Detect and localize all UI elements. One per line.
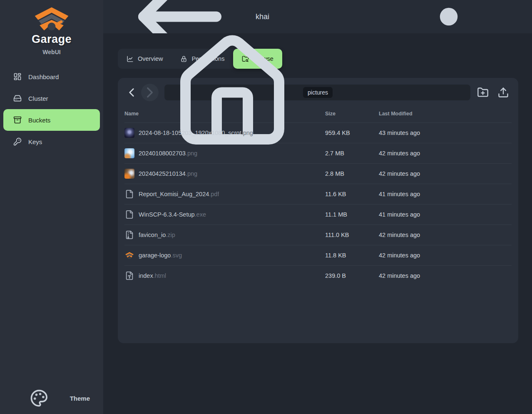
file-name[interactable]: WinSCP-6.3.4-Setup.exe <box>139 211 206 218</box>
download-button[interactable] <box>499 274 502 277</box>
app-name: Garage <box>0 32 103 46</box>
row-menu-button[interactable] <box>508 172 512 175</box>
download-button[interactable] <box>499 254 502 257</box>
file-name[interactable]: Report_Komisi_Aug_2024.pdf <box>139 191 219 197</box>
upload-button[interactable] <box>495 84 512 101</box>
garage-logo-icon <box>33 7 70 32</box>
file-size: 959.4 KB <box>325 130 379 136</box>
file-last-modified: 42 minutes ago <box>379 232 475 238</box>
file-size: 11.1 MB <box>325 211 379 218</box>
app-subtitle: WebUI <box>0 48 103 56</box>
row-actions <box>475 131 512 135</box>
file-archive-icon <box>124 230 134 240</box>
file-name-cell[interactable]: Report_Komisi_Aug_2024.pdf <box>124 189 325 199</box>
download-button[interactable] <box>499 233 502 237</box>
file-name[interactable]: 20240108002703.png <box>139 150 197 157</box>
download-button[interactable] <box>499 192 502 196</box>
sidebar-item-dashboard[interactable]: Dashboard <box>3 66 100 87</box>
file-name-cell[interactable]: 20240425210134.png <box>124 169 325 179</box>
sidebar-item-cluster[interactable]: Cluster <box>3 87 100 109</box>
new-folder-button[interactable] <box>475 84 491 101</box>
file-size: 111.0 KB <box>325 232 379 238</box>
row-menu-button[interactable] <box>508 192 512 196</box>
download-button[interactable] <box>499 152 502 155</box>
column-header-name: Name <box>124 111 325 117</box>
row-menu-button[interactable] <box>508 152 512 155</box>
file-icon <box>124 209 134 219</box>
file-name-cell[interactable]: 20240108002703.png <box>124 148 325 158</box>
file-name-cell[interactable]: WinSCP-6.3.4-Setup.exe <box>124 209 325 219</box>
thumbnail-dark-image <box>124 128 134 138</box>
nav-forward-button[interactable] <box>141 84 159 101</box>
file-size: 11.6 KB <box>325 191 379 197</box>
garage-webui-app: Garage WebUI Dashboard Cluster Buckets K… <box>0 0 532 414</box>
thumbnail-warm-image <box>124 169 134 179</box>
content: Overview Permissions Browse <box>103 33 532 414</box>
row-actions <box>475 233 512 237</box>
download-button[interactable] <box>499 172 502 175</box>
file-size: 2.8 MB <box>325 170 379 177</box>
garage-logo-thumb-icon: Garage <box>124 250 134 260</box>
thumbnail-sky-image <box>124 148 134 158</box>
file-last-modified: 42 minutes ago <box>379 170 475 177</box>
theme-label: Theme <box>70 395 90 402</box>
file-last-modified: 41 minutes ago <box>379 191 475 197</box>
row-actions <box>475 254 512 257</box>
page-title: khai <box>256 12 269 21</box>
file-type-icon <box>124 271 134 281</box>
table-row[interactable]: Garage garage-logo.svg 11.8 KB 42 minute… <box>124 245 512 265</box>
sidebar-item-buckets[interactable]: Buckets <box>3 109 100 131</box>
nav-back-button[interactable] <box>124 84 139 101</box>
file-name[interactable]: index.html <box>139 272 166 279</box>
app-logo: Garage WebUI <box>0 0 103 56</box>
file-last-modified: 41 minutes ago <box>379 211 475 218</box>
file-name[interactable]: 20240425210134.png <box>139 170 197 177</box>
page-header: khai <box>103 0 532 33</box>
file-size: 11.8 KB <box>325 252 379 259</box>
sidebar-item-keys[interactable]: Keys <box>3 131 100 152</box>
row-menu-button[interactable] <box>508 254 512 257</box>
download-button[interactable] <box>499 131 502 135</box>
table-row[interactable]: index.html 239.0 B 42 minutes ago <box>124 265 512 286</box>
row-actions <box>475 274 512 277</box>
tab-overview[interactable]: Overview <box>118 49 172 69</box>
table-row[interactable]: WinSCP-6.3.4-Setup.exe 11.1 MB 41 minute… <box>124 204 512 224</box>
download-button[interactable] <box>499 213 502 216</box>
row-actions <box>475 213 512 216</box>
file-name[interactable]: garage-logo.svg <box>139 252 182 259</box>
breadcrumb-segment-pictures[interactable]: pictures <box>303 87 333 98</box>
theme-wrap: Theme <box>0 389 103 414</box>
file-name[interactable]: 2024-08-18-105203_1920x1080_scrot.png <box>139 130 253 136</box>
row-actions <box>475 172 512 175</box>
browser-toolbar: pictures <box>124 84 512 101</box>
file-last-modified: 42 minutes ago <box>379 150 475 157</box>
row-actions <box>475 152 512 155</box>
sidebar-nav: Dashboard Cluster Buckets Keys <box>0 66 103 152</box>
sidebar: Garage WebUI Dashboard Cluster Buckets K… <box>0 0 103 414</box>
file-icon <box>124 189 134 199</box>
theme-button[interactable]: Theme <box>3 389 100 407</box>
file-size: 239.0 B <box>325 272 379 279</box>
file-table: Name Size Last Modified 2024-08-18-10520… <box>124 105 512 286</box>
row-menu-button[interactable] <box>508 274 512 277</box>
main-area: khai Overview Permissions Browse <box>103 0 532 414</box>
column-header-size: Size <box>325 111 379 117</box>
file-name-cell[interactable]: favicon_io.zip <box>124 230 325 240</box>
file-name-cell[interactable]: Garage garage-logo.svg <box>124 250 325 260</box>
column-header-last-modified: Last Modified <box>379 111 475 117</box>
file-last-modified: 42 minutes ago <box>379 252 475 259</box>
table-row[interactable]: favicon_io.zip 111.0 KB 42 minutes ago <box>124 224 512 245</box>
svg-text:Garage: Garage <box>128 258 132 259</box>
row-menu-button[interactable] <box>508 213 512 216</box>
file-name[interactable]: favicon_io.zip <box>139 232 175 238</box>
file-name-cell[interactable]: index.html <box>124 271 325 281</box>
table-row[interactable]: Report_Komisi_Aug_2024.pdf 11.6 KB 41 mi… <box>124 184 512 204</box>
breadcrumb: pictures <box>164 85 470 100</box>
file-name-cell[interactable]: 2024-08-18-105203_1920x1080_scrot.png <box>124 128 325 138</box>
row-menu-button[interactable] <box>508 131 512 135</box>
row-menu-button[interactable] <box>508 233 512 237</box>
row-actions <box>475 192 512 196</box>
file-last-modified: 42 minutes ago <box>379 272 475 279</box>
file-last-modified: 43 minutes ago <box>379 130 475 136</box>
table-row[interactable]: 20240425210134.png 2.8 MB 42 minutes ago <box>124 163 512 184</box>
